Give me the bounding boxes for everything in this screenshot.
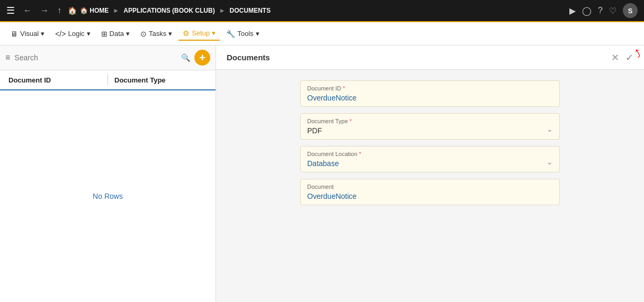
- top-nav-right-icons: ▶ ◯ ? ♡ S: [569, 3, 638, 18]
- breadcrumb-home-label: 🏠 HOME: [80, 7, 109, 14]
- no-rows-message: No Rows: [0, 90, 216, 302]
- breadcrumb-documents[interactable]: DOCUMENTS: [230, 7, 271, 14]
- search-nav-button[interactable]: ◯: [582, 6, 592, 16]
- field-value-document: OverdueNotice: [307, 192, 553, 200]
- close-button[interactable]: ✕: [611, 52, 619, 63]
- help-button[interactable]: ?: [598, 6, 603, 15]
- toolbar-logic-label: Logic: [68, 30, 84, 38]
- play-button[interactable]: ▶: [569, 6, 576, 16]
- left-panel: ≡ 🔍 + Document ID Document Type No Rows: [0, 45, 216, 302]
- tasks-icon: ⊙: [140, 30, 147, 38]
- dropdown-arrow-doc-location: ⌄: [547, 158, 553, 166]
- dropdown-arrow-doc-type: ⌄: [547, 125, 553, 133]
- right-panel: Documents ✕ ✓ ⤴ Document ID * OverdueNot…: [216, 45, 644, 302]
- data-dropdown-icon: ▾: [126, 30, 130, 38]
- search-bar: ≡ 🔍 +: [0, 45, 216, 70]
- toolbar-tools[interactable]: 🔧 Tools ▾: [222, 28, 263, 40]
- field-value-document-id: OverdueNotice: [307, 94, 553, 102]
- home-icon: 🏠: [68, 6, 77, 15]
- column-divider: [108, 75, 108, 85]
- toolbar-logic[interactable]: </> Logic ▾: [51, 28, 94, 40]
- main-content: ≡ 🔍 + Document ID Document Type No Rows …: [0, 45, 644, 302]
- toolbar-tools-label: Tools: [237, 30, 253, 38]
- toolbar-data[interactable]: ⊞ Data ▾: [97, 28, 134, 40]
- filter-icon[interactable]: ≡: [5, 53, 10, 62]
- toolbar-data-label: Data: [110, 30, 124, 38]
- toolbar-tasks-label: Tasks: [149, 30, 166, 38]
- logic-dropdown-icon: ▾: [87, 30, 91, 38]
- up-button[interactable]: ↑: [55, 5, 64, 16]
- setup-dropdown-icon: ▾: [212, 29, 216, 37]
- red-arrow-indicator: ⤴: [633, 47, 643, 60]
- field-document[interactable]: Document OverdueNotice: [300, 179, 560, 205]
- hamburger-menu[interactable]: ☰: [6, 5, 15, 16]
- tasks-dropdown-icon: ▾: [168, 30, 172, 38]
- toolbar-tasks[interactable]: ⊙ Tasks ▾: [136, 28, 176, 40]
- field-document-type[interactable]: Document Type * PDF ⌄: [300, 113, 560, 140]
- toolbar-visual-label: Visual: [20, 30, 39, 38]
- user-avatar[interactable]: S: [623, 3, 638, 18]
- add-button[interactable]: +: [194, 50, 210, 66]
- field-value-document-type: PDF: [307, 126, 553, 135]
- visual-dropdown-icon: ▾: [41, 30, 44, 38]
- notification-button[interactable]: ♡: [609, 6, 616, 16]
- field-label-document-type: Document Type *: [307, 118, 553, 124]
- panel-title: Documents: [227, 53, 270, 62]
- right-panel-header: Documents ✕ ✓ ⤴: [216, 45, 644, 70]
- field-value-document-location: Database: [307, 159, 553, 168]
- toolbar-setup[interactable]: ⚙ Setup ▾: [178, 27, 220, 41]
- visual-icon: 🖥: [11, 30, 18, 38]
- field-label-document: Document: [307, 184, 553, 190]
- toolbar-setup-label: Setup: [192, 29, 210, 37]
- breadcrumb-home[interactable]: 🏠 🏠 HOME: [68, 6, 109, 15]
- tools-icon: 🔧: [226, 30, 235, 38]
- breadcrumb-applications-label: APPLICATIONS (BOOK CLUB): [123, 7, 214, 14]
- toolbar-visual[interactable]: 🖥 Visual ▾: [6, 28, 49, 40]
- field-document-location[interactable]: Document Location * Database ⌄: [300, 146, 560, 172]
- back-button[interactable]: ←: [21, 5, 34, 16]
- search-icon[interactable]: 🔍: [181, 53, 190, 62]
- form-area: Document ID * OverdueNotice Document Typ…: [216, 70, 644, 302]
- breadcrumb-sep-2: ►: [219, 7, 226, 14]
- search-input[interactable]: [14, 53, 177, 62]
- field-label-document-location: Document Location *: [307, 151, 553, 157]
- top-navigation: ☰ ← → ↑ 🏠 🏠 HOME ► APPLICATIONS (BOOK CL…: [0, 0, 644, 22]
- field-label-document-id: Document ID *: [307, 85, 553, 91]
- save-button[interactable]: ✓: [625, 52, 633, 63]
- column-header-doc-id: Document ID: [8, 76, 101, 84]
- list-header: Document ID Document Type: [0, 70, 216, 90]
- breadcrumb-applications[interactable]: APPLICATIONS (BOOK CLUB): [123, 7, 214, 14]
- field-document-id[interactable]: Document ID * OverdueNotice: [300, 80, 560, 107]
- data-icon: ⊞: [101, 30, 108, 38]
- tools-dropdown-icon: ▾: [256, 30, 260, 38]
- setup-icon: ⚙: [183, 29, 190, 38]
- breadcrumb-sep-1: ►: [113, 7, 119, 14]
- column-header-doc-type: Document Type: [114, 76, 207, 84]
- forward-button[interactable]: →: [38, 5, 51, 16]
- toolbar: 🖥 Visual ▾ </> Logic ▾ ⊞ Data ▾ ⊙ Tasks …: [0, 22, 644, 45]
- breadcrumb-documents-label: DOCUMENTS: [230, 7, 271, 14]
- logic-icon: </>: [55, 30, 66, 38]
- header-actions: ✕ ✓ ⤴: [611, 52, 633, 63]
- breadcrumb: 🏠 🏠 HOME ► APPLICATIONS (BOOK CLUB) ► DO…: [68, 6, 565, 15]
